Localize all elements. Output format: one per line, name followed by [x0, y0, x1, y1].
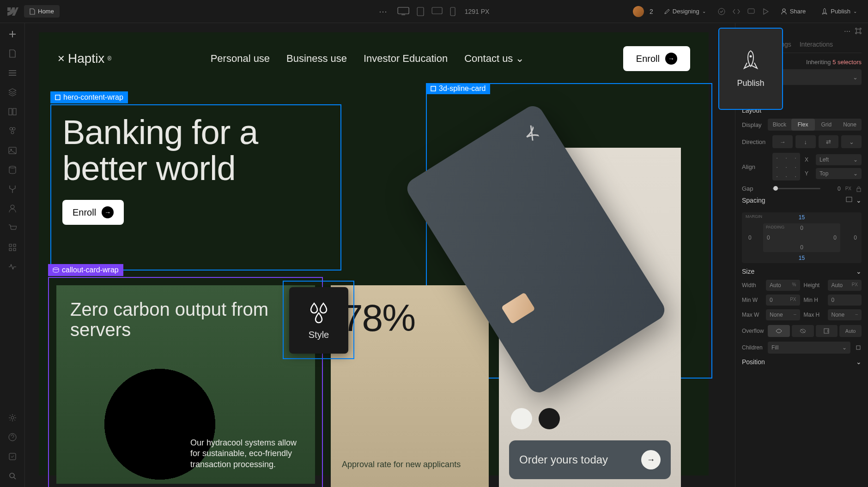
- webflow-logo-icon[interactable]: [6, 7, 18, 16]
- maxh-input[interactable]: None–: [828, 309, 862, 320]
- navigator-icon[interactable]: [7, 67, 18, 78]
- more-icon[interactable]: ⋯: [844, 28, 850, 35]
- users-icon[interactable]: [7, 203, 18, 214]
- children-select[interactable]: Fill⌄: [768, 342, 850, 354]
- nav-personal[interactable]: Personal use: [211, 53, 270, 65]
- gap-slider[interactable]: [772, 188, 820, 189]
- home-tab[interactable]: Home: [24, 5, 60, 18]
- page-icon: [30, 8, 35, 15]
- styles-icon[interactable]: [7, 126, 18, 137]
- canvas[interactable]: ✕ Haptix® Personal use Business use Inve…: [25, 23, 735, 487]
- margin-left[interactable]: 0: [748, 234, 752, 241]
- color-swatch-black[interactable]: [539, 408, 560, 429]
- axis-y-select[interactable]: Top⌄: [816, 168, 862, 179]
- callout-card-wrap[interactable]: callout-card-wrap Zero carbon output fro…: [48, 277, 323, 487]
- nav-contact[interactable]: Contact us ⌄: [464, 53, 524, 65]
- maxw-input[interactable]: None–: [766, 309, 800, 320]
- mode-dropdown[interactable]: Designing ⌄: [659, 5, 711, 18]
- display-grid[interactable]: Grid: [815, 119, 838, 131]
- width-input[interactable]: Auto%: [766, 280, 800, 291]
- axis-x-select[interactable]: Left⌄: [816, 154, 862, 165]
- color-swatch-white[interactable]: [511, 408, 532, 429]
- search-icon[interactable]: [7, 470, 18, 481]
- size-section-header[interactable]: Size⌄: [742, 263, 862, 280]
- gap-value[interactable]: 0: [825, 186, 841, 192]
- margin-top[interactable]: 15: [799, 214, 805, 221]
- align-grid[interactable]: ··· ··· ···: [772, 153, 800, 180]
- position-section-header[interactable]: Position⌄: [742, 354, 862, 370]
- overflow-visible[interactable]: [768, 325, 790, 337]
- padding-left[interactable]: 0: [767, 234, 770, 241]
- cms-icon[interactable]: [7, 164, 18, 175]
- device-mobile-icon[interactable]: [450, 7, 455, 16]
- padding-bottom[interactable]: 0: [800, 244, 803, 251]
- green-card-title: Zero carbon output from servers: [70, 299, 301, 340]
- direction-more[interactable]: ⌄: [841, 135, 862, 148]
- share-button[interactable]: Share: [776, 5, 811, 18]
- hero-enroll-button[interactable]: Enroll →: [62, 200, 124, 225]
- axis-y-label: Y: [805, 170, 812, 177]
- page-preview[interactable]: ✕ Haptix® Personal use Business use Inve…: [39, 32, 709, 475]
- order-button[interactable]: Order yours today →: [509, 440, 671, 479]
- padding-right[interactable]: 0: [833, 234, 837, 241]
- margin-bottom[interactable]: 15: [799, 255, 805, 261]
- viewport-width: 1291 PX: [465, 8, 490, 15]
- activity-icon[interactable]: [7, 261, 18, 272]
- code-icon[interactable]: [732, 7, 741, 16]
- card-logo-icon: ⊀: [519, 121, 542, 146]
- more-icon[interactable]: ⋯: [379, 6, 388, 17]
- overflow-auto[interactable]: Auto: [839, 325, 862, 337]
- padding-top[interactable]: 0: [800, 225, 803, 231]
- audit-icon[interactable]: [7, 451, 18, 462]
- overflow-hidden[interactable]: [792, 325, 814, 337]
- chevron-down-icon[interactable]: ⌄: [856, 358, 862, 366]
- direction-column[interactable]: ↓: [795, 135, 816, 148]
- minh-input[interactable]: 0: [828, 295, 862, 306]
- children-edit-icon[interactable]: [855, 344, 862, 351]
- display-none[interactable]: None: [838, 119, 862, 131]
- device-tablet-landscape-icon[interactable]: [431, 7, 443, 16]
- spacing-box[interactable]: MARGIN 15 0 15 0 PADDING 0 0 0 0: [742, 212, 862, 263]
- overflow-scroll[interactable]: [816, 325, 838, 337]
- svg-rect-0: [398, 7, 409, 14]
- nav-enroll-button[interactable]: Enroll →: [623, 46, 690, 71]
- pages-icon[interactable]: [7, 48, 18, 59]
- help-icon[interactable]: [7, 432, 18, 443]
- svg-rect-30: [856, 29, 860, 33]
- comment-icon[interactable]: [747, 7, 756, 16]
- apps-icon[interactable]: [7, 242, 18, 253]
- hero-content-wrap[interactable]: hero-content-wrap Banking for a better w…: [50, 104, 341, 271]
- ecommerce-icon[interactable]: [7, 222, 18, 234]
- play-icon[interactable]: [761, 7, 771, 16]
- margin-right[interactable]: 0: [854, 234, 857, 241]
- tab-interactions[interactable]: Interactions: [800, 41, 833, 53]
- chevron-down-icon[interactable]: ⌄: [856, 197, 862, 204]
- direction-row[interactable]: →: [772, 135, 793, 148]
- publish-button[interactable]: Publish ⌄: [816, 5, 862, 18]
- nav-business[interactable]: Business use: [286, 53, 347, 65]
- display-flex[interactable]: Flex: [791, 119, 815, 131]
- device-desktop-icon[interactable]: [397, 7, 409, 16]
- lock-icon[interactable]: [856, 186, 862, 192]
- avatar[interactable]: [633, 6, 644, 17]
- assets-icon[interactable]: [7, 145, 18, 156]
- components-icon[interactable]: [7, 87, 18, 98]
- add-icon[interactable]: [7, 29, 18, 40]
- box-icon: [55, 95, 61, 100]
- variables-icon[interactable]: [7, 106, 18, 117]
- focus-icon[interactable]: [855, 28, 862, 34]
- minw-input[interactable]: 0PX: [766, 295, 800, 306]
- check-icon[interactable]: [717, 7, 726, 16]
- nav-investor[interactable]: Investor Education: [364, 53, 448, 65]
- device-tablet-icon[interactable]: [417, 7, 424, 16]
- svg-point-27: [53, 268, 59, 270]
- display-block[interactable]: Block: [768, 119, 791, 131]
- style-popup[interactable]: Style: [283, 281, 354, 359]
- chevron-down-icon[interactable]: ⌄: [856, 268, 862, 275]
- settings-icon[interactable]: [7, 412, 18, 423]
- logic-icon[interactable]: [7, 184, 18, 195]
- height-input[interactable]: AutoPX: [828, 280, 862, 291]
- spacing-section-header[interactable]: Spacing ⌄: [742, 192, 862, 209]
- direction-wrap[interactable]: ⇄: [819, 135, 839, 148]
- spacing-presets-icon[interactable]: [846, 197, 852, 202]
